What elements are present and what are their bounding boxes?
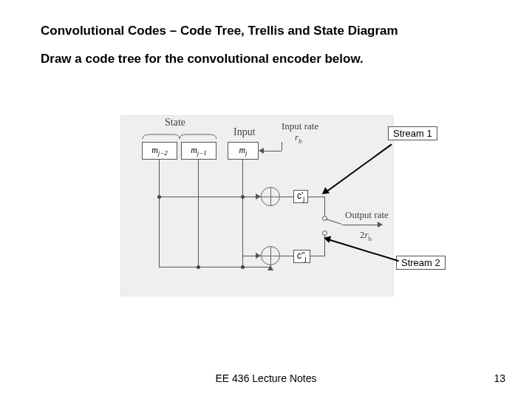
- label-stream-1: Stream 1: [388, 126, 437, 140]
- arrow-icon: [256, 253, 261, 259]
- input-rate-label: Input rate: [282, 120, 318, 132]
- label-c-prime-j: c'j: [293, 190, 308, 203]
- wire: [159, 267, 270, 267]
- two-rb-symbol: 2rb: [360, 229, 372, 242]
- encoder-diagram: State Input Input rate rb mj−2 mj−1 mj: [47, 100, 497, 300]
- arrow-icon: [256, 194, 261, 200]
- register-mjm1: mj−1: [181, 142, 216, 160]
- junction-dot: [197, 265, 200, 269]
- register-mj: mj: [228, 142, 259, 160]
- rb-symbol: rb: [295, 132, 302, 145]
- wire: [159, 197, 242, 197]
- output-rate-label: Output rate: [345, 209, 389, 221]
- page-number: 13: [494, 372, 505, 384]
- label-c-double-prime-j: c''j: [293, 250, 310, 263]
- wire: [342, 225, 379, 225]
- footer-text: EE 436 Lecture Notes: [0, 372, 532, 384]
- xor-gate-2: [261, 246, 280, 265]
- arrow-icon: [267, 265, 273, 270]
- arrow-icon: [378, 222, 383, 228]
- wire: [198, 160, 199, 267]
- exercise-prompt: Draw a code tree for the convolutional e…: [41, 52, 495, 66]
- state-brace: [141, 130, 218, 137]
- wire: [282, 142, 282, 151]
- register-mjm2: mj−2: [142, 142, 177, 160]
- arrow-icon: [259, 148, 264, 154]
- xor-gate-1: [261, 187, 280, 206]
- wire: [242, 160, 243, 267]
- junction-dot: [241, 265, 245, 269]
- label-stream-2: Stream 2: [396, 256, 446, 270]
- page-title: Convolutional Codes – Code Tree, Trellis…: [41, 24, 495, 38]
- input-label: Input: [233, 126, 256, 138]
- state-label: State: [165, 117, 185, 129]
- wire: [159, 160, 160, 267]
